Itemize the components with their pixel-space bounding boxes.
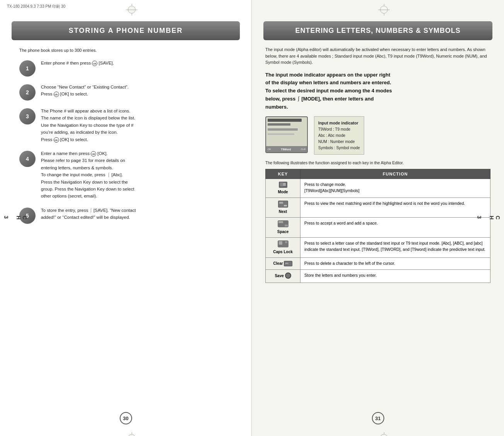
function-table: KEY FUNCTION Mode Press to change mode.[… xyxy=(265,169,490,283)
left-intro: The phone book stores up to 300 entries. xyxy=(19,48,232,53)
left-header: STORING A PHONE NUMBER xyxy=(12,21,240,40)
right-big-text: The input mode indicator appears on the … xyxy=(265,71,490,111)
step-text-2: Choose “New Contact” or “Existing Contac… xyxy=(41,83,129,98)
table-row: Next Press to view the next matching wor… xyxy=(266,198,490,217)
indicator-mode-1: T9Word : T9 mode xyxy=(318,126,360,133)
step-text-1: Enter phone # then press ok [SAVE]. xyxy=(41,60,114,66)
indicator-mode-3: NUM : Number mode xyxy=(318,139,360,145)
right-intro: The input mode (Alpha editor) will autom… xyxy=(265,46,490,66)
indicator-desc: Input mode indicator T9Word : T9 mode Ab… xyxy=(314,116,364,155)
clear-label: Clear xyxy=(273,261,284,266)
step-badge-4: 4 xyxy=(19,151,36,167)
col-key-header: KEY xyxy=(266,169,300,179)
right-panel: CH3 ENTERING LETTERS, NUMBERS & SYMBOLS … xyxy=(252,0,504,436)
phone-screen: OK T9Word CLR xyxy=(265,116,308,153)
ok-icon-4: ok xyxy=(91,151,96,157)
table-row: Mode Press to change mode.[T9Word][Abc][… xyxy=(266,179,490,198)
key-cell-capslock: Caps Lock xyxy=(266,237,300,257)
ok-icon-1: ok xyxy=(92,61,97,66)
left-panel: TX-180 2004.9.3 7:33 PM 印刷 30 CH3 STORIN… xyxy=(0,0,252,436)
phone-bottom-bar: OK T9Word CLR xyxy=(266,146,307,152)
func-cell-mode: Press to change mode.[T9Word][Abc][NUM][… xyxy=(300,179,490,198)
step-text-3: The Phone # will appear above a list of … xyxy=(41,107,135,143)
key-cell-save: Save xyxy=(266,269,300,283)
right-body: The input mode (Alpha editor) will autom… xyxy=(252,40,504,289)
func-cell-save: Store the letters and numbers you enter. xyxy=(300,269,490,283)
step-1: 1 Enter phone # then press ok [SAVE]. xyxy=(19,60,232,77)
key-cell-space: Space xyxy=(266,217,300,237)
step-badge-3: 3 xyxy=(19,108,36,124)
right-title: ENTERING LETTERS, NUMBERS & SYMBOLS xyxy=(267,27,489,35)
func-cell-capslock: Press to select a letter case of the sta… xyxy=(300,237,490,257)
col-func-header: FUNCTION xyxy=(300,169,490,179)
top-meta: TX-180 2004.9.3 7:33 PM 印刷 30 xyxy=(7,4,65,9)
step-2: 2 Choose “New Contact” or “Existing Cont… xyxy=(19,83,232,100)
step-badge-1: 1 xyxy=(19,60,36,77)
key-cell-clear: Clear abc xyxy=(266,257,300,269)
func-cell-next: Press to view the next matching word if … xyxy=(300,198,490,217)
table-row: Caps Lock Press to select a letter case … xyxy=(266,237,490,257)
step-5: 5 To store the entry, press ⎰ [SAVE]. “N… xyxy=(19,207,232,224)
left-body: The phone book stores up to 300 entries.… xyxy=(0,40,251,238)
ok-icon-2: ok xyxy=(54,92,59,97)
right-header: ENTERING LETTERS, NUMBERS & SYMBOLS xyxy=(263,21,492,40)
step-4: 4 Enter a name then press ok [OK]. Pleas… xyxy=(19,150,232,200)
step-text-5: To store the entry, press ⎰ [SAVE]. “New… xyxy=(41,207,136,221)
save-label: Save xyxy=(275,274,285,278)
table-row: Space Press to accept a word and add a s… xyxy=(266,217,490,237)
indicator-mode-2: Abc : Abc mode xyxy=(318,133,360,139)
indicator-block: OK T9Word CLR Input mode indicator T9Wor… xyxy=(265,116,490,155)
left-title: STORING A PHONE NUMBER xyxy=(15,27,236,35)
following-text: The following illustrates the function a… xyxy=(265,160,490,166)
key-cell-mode: Mode xyxy=(266,179,300,198)
func-cell-clear: Press to delete a character to the left … xyxy=(300,257,490,269)
ch-label-right: CH3 xyxy=(476,216,501,220)
ch-label-left: CH3 xyxy=(3,216,28,220)
table-row: Clear abc Press to delete a character to… xyxy=(266,257,490,269)
indicator-title: Input mode indicator xyxy=(318,120,360,126)
step-text-4: Enter a name then press ok [OK]. Please … xyxy=(41,150,134,200)
ok-icon-3: ok xyxy=(54,137,59,143)
page-number-right: 31 xyxy=(372,412,384,424)
step-badge-2: 2 xyxy=(19,84,36,100)
page-number-left: 30 xyxy=(120,412,132,424)
indicator-mode-4: Symbols : Symbol mode xyxy=(318,145,360,151)
table-row: Save Store the letters and numbers you e… xyxy=(266,269,490,283)
key-cell-next: Next xyxy=(266,198,300,217)
step-3: 3 The Phone # will appear above a list o… xyxy=(19,107,232,143)
func-cell-space: Press to accept a word and add a space. xyxy=(300,217,490,237)
